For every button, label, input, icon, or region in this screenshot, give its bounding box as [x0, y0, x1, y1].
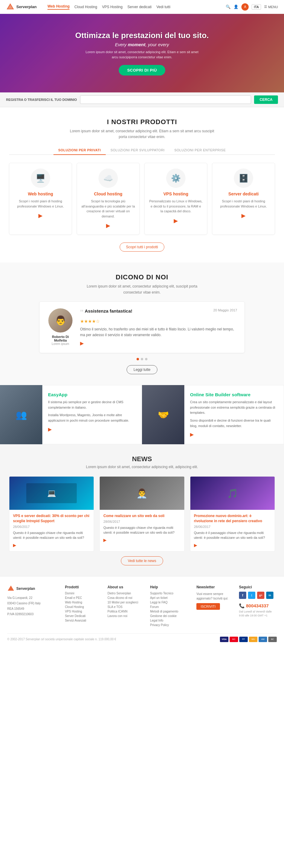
testimonial-text: Ottimo il servizio, ho trasferito uno de…	[80, 327, 237, 338]
cloud-hosting-arrow[interactable]: ▶	[106, 223, 110, 229]
dot-2[interactable]	[141, 358, 143, 360]
testimonial-arrow[interactable]: ▶	[80, 340, 84, 346]
author-sub: Lorem ipsum	[52, 342, 69, 345]
footer-link-faq[interactable]: Leggi le FAQ	[150, 601, 192, 604]
footer-link-server[interactable]: Server Dedicati	[65, 614, 103, 618]
news-card-3-arrow[interactable]: ▶	[194, 543, 197, 548]
footer-link-vps-hosting[interactable]: VPS Hosting	[65, 610, 103, 613]
search-button[interactable]: 🔍	[226, 4, 230, 9]
footer-prodotti-col: Prodotti Domini Email e PEC Web Hosting …	[65, 585, 103, 628]
testimonial-title: Assistenza fantastica!	[85, 308, 132, 313]
feature-site-builder: 🤝 Online Site Builder software Crea un s…	[142, 385, 284, 444]
footer-link-supporto[interactable]: Supporto Tecnico	[150, 592, 192, 595]
footer-aboutus-title: About us	[107, 585, 145, 589]
footer-seguici-title: Seguici	[239, 585, 277, 589]
footer-link-ticket[interactable]: Apri un ticket	[150, 596, 192, 599]
news-card-1: 💻 VPS e server dedicati: 30% di sconto p…	[9, 476, 94, 552]
footer-link-pagamento[interactable]: Metodi di pagamento	[150, 610, 192, 613]
news-img-2: 👨‍💼	[100, 476, 184, 510]
footer-link-dietro[interactable]: Dietro Serverplan	[107, 592, 145, 595]
vps-hosting-title: VPS hosting	[149, 191, 203, 196]
tab-privati[interactable]: SOLUZIONI PER PRIVATI	[54, 146, 106, 155]
dot-1[interactable]	[136, 358, 139, 360]
hero-desc: Lorem ipsum dolor sit amet, consectetur …	[85, 50, 199, 60]
tab-sviluppatori[interactable]: SOLUZIONI PER SVILUPPATORI	[106, 146, 169, 155]
news-desc: Lorem ipsum dolor sit amet, consectetur …	[9, 465, 275, 469]
news-card-3-text: Questo è il passaggio chiave che riguard…	[194, 530, 271, 540]
leggi-tutte-button[interactable]: Leggi tutte	[127, 365, 157, 374]
footer-link-icann[interactable]: Politica ICANN	[107, 610, 145, 613]
domain-search-button[interactable]: CERCA	[254, 95, 278, 104]
vedi-news-button[interactable]: Vedi tutte le news	[121, 556, 163, 565]
builder-title: Online Site Builder software	[190, 392, 278, 397]
avatar-button[interactable]: A	[242, 3, 249, 10]
payment-mc: MC	[230, 637, 238, 642]
footer-link-domini[interactable]: Domini	[65, 592, 103, 595]
menu-button[interactable]: ☰ MENU	[264, 5, 278, 9]
linkedin-button[interactable]: in	[266, 592, 274, 599]
hero-content: Ottimizza le prestazioni del tuo sito. E…	[69, 25, 215, 82]
testimonial-author-block: 👨 Roberto Di Molfetta Lorem ipsum	[47, 308, 74, 345]
easyapp-desc: Il sistema più semplice per e gestire de…	[48, 400, 136, 410]
logo[interactable]: Serverplan	[6, 3, 37, 11]
googleplus-button[interactable]: g+	[257, 592, 264, 599]
footer-seguici-col: Seguici f t g+ in 📞 800434337 Dal Lunedì…	[239, 585, 277, 628]
main-nav: Web Hosting Cloud Hosting VPS Hosting Se…	[48, 4, 226, 10]
facebook-button[interactable]: f	[239, 592, 246, 599]
footer-link-sla[interactable]: SLA e TOS	[107, 605, 145, 609]
builder-arrow[interactable]: ▶	[190, 432, 194, 437]
testimonial-header: " Assistenza fantastica! 20 Maggio 2017	[80, 308, 237, 317]
payment-visa: VISA	[220, 637, 228, 642]
feature-content-builder: Online Site Builder software Crea un sit…	[184, 385, 284, 444]
vps-hosting-arrow[interactable]: ▶	[174, 218, 178, 224]
footer-aboutus-col: About us Dietro Serverplan Cosa dicono d…	[107, 585, 145, 628]
footer-link-motivi[interactable]: 10 Motivi per sceglierci	[107, 601, 145, 604]
product-tabs: SOLUZIONI PER PRIVATI SOLUZIONI PER SVIL…	[9, 146, 275, 155]
footer-link-lavora[interactable]: Lavora con noi	[107, 614, 145, 618]
user-button[interactable]: 👤	[233, 4, 239, 9]
builder-desc: Crea un sito completamente personalizzat…	[190, 400, 278, 415]
tab-enterprise[interactable]: SOLUZIONI PER ENTERPRISE	[169, 146, 230, 155]
hero-cta-button[interactable]: SCOPRI DI PIÙ	[119, 65, 165, 75]
server-dedicati-arrow[interactable]: ▶	[242, 213, 246, 219]
subtitle-bold: moment	[128, 42, 145, 47]
twitter-button[interactable]: t	[248, 592, 255, 599]
cloud-hosting-desc: Scopri la tecnologia più all'avanguardia…	[81, 199, 135, 219]
web-hosting-icon: 🖥️	[31, 168, 50, 188]
footer-link-privacy[interactable]: Privacy Policy	[150, 623, 192, 627]
quote-icon: "	[80, 308, 84, 317]
vps-hosting-icon: ⚙️	[166, 168, 186, 188]
domain-input[interactable]	[80, 95, 251, 104]
products-grid: 🖥️ Web hosting Scopri i nostri piani di …	[9, 163, 275, 235]
server-dedicati-icon: 🗄️	[234, 168, 253, 188]
footer-link-cookie[interactable]: Gestione dei cookie	[150, 614, 192, 618]
footer-link-legal[interactable]: Legal Info	[150, 619, 192, 622]
newsletter-subscribe-button[interactable]: ISCRIVITI	[196, 603, 220, 610]
news-card-1-date: 28/06/2017	[13, 525, 90, 529]
footer-link-email[interactable]: Email e PEC	[65, 596, 103, 599]
scopri-tutti-button[interactable]: Scopri tutti i prodotti	[120, 243, 164, 252]
dot-3[interactable]	[145, 358, 148, 360]
web-hosting-arrow[interactable]: ▶	[38, 213, 42, 219]
nav-item-server-dedicati[interactable]: Server dedicati	[127, 5, 152, 9]
footer-link-forum[interactable]: Forum	[150, 605, 192, 609]
news-card-2-arrow[interactable]: ▶	[103, 537, 107, 542]
easyapp-arrow[interactable]: ▶	[48, 427, 52, 432]
payment-bc: BC	[268, 637, 277, 642]
footer-link-cloud-hosting[interactable]: Cloud Hosting	[65, 605, 103, 609]
news-card-1-arrow[interactable]: ▶	[13, 543, 16, 548]
news-section: NEWS Lorem ipsum dolor sit amet, consect…	[0, 444, 284, 576]
nav-item-vedi-tutti[interactable]: Vedi tutti	[157, 5, 170, 9]
server-dedicati-desc: Scopri i nostri piani di hosting profess…	[217, 199, 271, 209]
lang-selector[interactable]: ITA	[252, 4, 261, 10]
nav-item-vps-hosting[interactable]: VPS Hosting	[102, 5, 123, 9]
cloud-hosting-icon: ☁️	[98, 168, 118, 188]
nav-item-cloud-hosting[interactable]: Cloud Hosting	[74, 5, 97, 9]
footer-link-servizi[interactable]: Servizi Avanzati	[65, 619, 103, 622]
testimonial-nav	[9, 358, 275, 360]
footer-link-dicono[interactable]: Cosa dicono di noi	[107, 596, 145, 599]
footer-link-web-hosting[interactable]: Web Hosting	[65, 601, 103, 604]
nav-item-web-hosting[interactable]: Web Hosting	[48, 4, 69, 10]
builder-extra: Sono disponibili e decine di funzioni di…	[190, 418, 278, 429]
products-desc: Lorem ipsum dolor sit amet, consectetur …	[69, 128, 215, 140]
